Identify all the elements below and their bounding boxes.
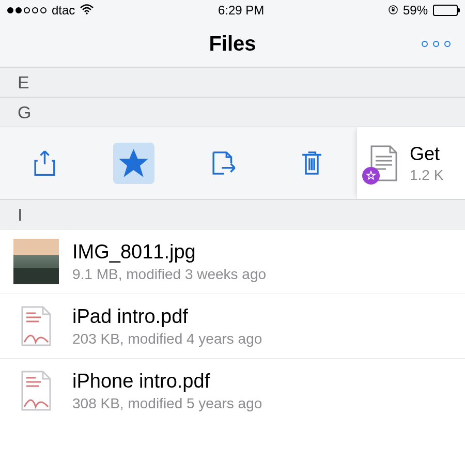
favorite-button[interactable]	[113, 143, 154, 184]
section-header-e: E	[0, 67, 465, 97]
file-name-label: iPad intro.pdf	[72, 305, 262, 328]
svg-rect-2	[392, 9, 394, 11]
battery-pct-label: 59%	[403, 3, 428, 18]
file-meta-label: 1.2 K	[410, 167, 443, 183]
status-right: 59%	[389, 3, 458, 18]
share-button[interactable]	[24, 143, 65, 184]
file-row-peek[interactable]: Get 1.2 K	[357, 127, 465, 199]
page-title: Files	[209, 32, 256, 55]
file-meta-label: 203 KB, modified 4 years ago	[72, 331, 262, 347]
nav-bar: Files	[0, 21, 465, 67]
file-meta-label: 9.1 MB, modified 3 weeks ago	[72, 266, 266, 283]
status-bar: dtac 6:29 PM 59%	[0, 0, 465, 21]
swipe-action-row: Get 1.2 K	[0, 127, 465, 199]
pdf-icon	[13, 303, 59, 349]
swipe-actions	[0, 127, 357, 199]
move-button[interactable]	[202, 143, 243, 184]
section-header-g: G	[0, 97, 465, 127]
section-header-i: I	[0, 199, 465, 229]
pdf-icon	[13, 368, 59, 413]
file-meta-label: 308 KB, modified 5 years ago	[72, 395, 262, 412]
more-options-button[interactable]	[422, 41, 451, 47]
status-left: dtac	[7, 3, 94, 18]
image-thumbnail-icon	[13, 239, 59, 284]
star-badge-icon	[362, 167, 380, 185]
file-name-label: iPhone intro.pdf	[72, 370, 262, 392]
carrier-label: dtac	[52, 3, 75, 18]
file-list: IMG_8011.jpg 9.1 MB, modified 3 weeks ag…	[0, 229, 465, 423]
file-row[interactable]: iPad intro.pdf 203 KB, modified 4 years …	[0, 294, 465, 359]
battery-icon	[433, 5, 458, 16]
signal-strength-icon	[7, 7, 47, 13]
orientation-lock-icon	[389, 3, 398, 18]
file-row[interactable]: iPhone intro.pdf 308 KB, modified 5 year…	[0, 359, 465, 423]
delete-button[interactable]	[291, 143, 333, 184]
wifi-icon	[80, 3, 94, 18]
file-name-label: Get	[410, 143, 443, 165]
file-name-label: IMG_8011.jpg	[72, 241, 266, 263]
svg-point-0	[86, 12, 88, 14]
file-row[interactable]: IMG_8011.jpg 9.1 MB, modified 3 weeks ag…	[0, 229, 465, 294]
clock-label: 6:29 PM	[218, 3, 264, 18]
document-icon	[367, 145, 400, 181]
